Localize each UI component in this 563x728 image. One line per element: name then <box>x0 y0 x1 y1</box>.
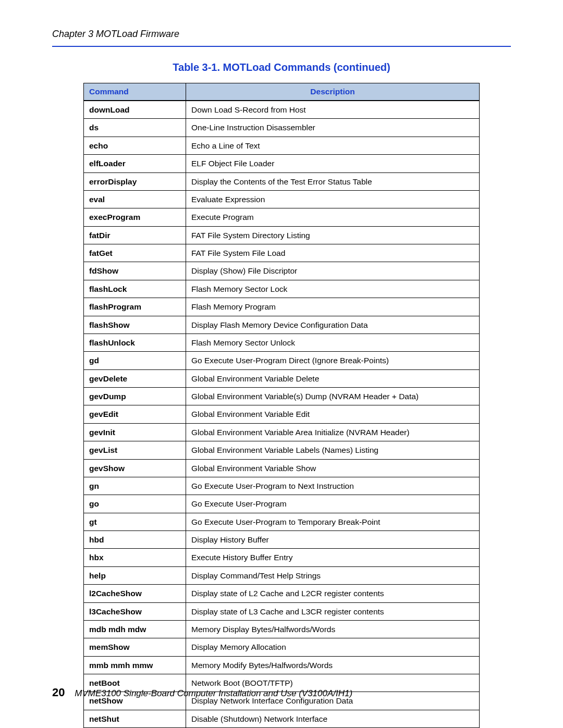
description-cell: Memory Display Bytes/Halfwords/Words <box>186 620 480 638</box>
command-cell: eval <box>84 190 186 208</box>
command-cell: flashUnlock <box>84 334 186 351</box>
commands-table: Command Description downLoadDown Load S-… <box>83 83 480 728</box>
description-cell: Memory Modify Bytes/Halfwords/Words <box>186 656 480 674</box>
command-cell: help <box>84 566 186 584</box>
table-row: gevDeleteGlobal Environment Variable Del… <box>84 369 480 387</box>
table-row: execProgramExecute Program <box>84 208 480 226</box>
description-cell: Flash Memory Sector Unlock <box>186 334 480 351</box>
command-cell: gt <box>84 513 186 530</box>
table-row: gevListGlobal Environment Variable Label… <box>84 441 480 459</box>
description-cell: One-Line Instruction Disassembler <box>186 119 480 137</box>
command-cell: go <box>84 495 186 513</box>
command-cell: gevEdit <box>84 405 186 423</box>
table-row: downLoadDown Load S-Record from Host <box>84 101 480 119</box>
description-cell: Display state of L3 Cache and L3CR regis… <box>186 602 480 620</box>
table-row: gdGo Execute User-Program Direct (Ignore… <box>84 352 480 369</box>
table-row: helpDisplay Command/Test Help Strings <box>84 566 480 584</box>
description-cell: Go Execute User-Program Direct (Ignore B… <box>186 352 480 369</box>
command-cell: echo <box>84 137 186 154</box>
description-cell: FAT File System Directory Listing <box>186 226 480 244</box>
command-cell: netShut <box>84 710 186 727</box>
description-cell: Global Environment Variable Labels (Name… <box>186 441 480 459</box>
table-row: errorDisplayDisplay the Contents of the … <box>84 172 480 190</box>
description-cell: Disable (Shutdown) Network Interface <box>186 710 480 727</box>
chapter-header: Chapter 3 MOTLoad Firmware <box>52 29 511 40</box>
description-cell: Down Load S-Record from Host <box>186 101 480 119</box>
command-cell: gevDelete <box>84 369 186 387</box>
command-cell: flashShow <box>84 316 186 334</box>
table-row: flashShowDisplay Flash Memory Device Con… <box>84 316 480 334</box>
table-row: gtGo Execute User-Program to Temporary B… <box>84 513 480 530</box>
table-row: gevShowGlobal Environment Variable Show <box>84 459 480 477</box>
description-cell: Go Execute User-Program <box>186 495 480 513</box>
command-cell: hbx <box>84 549 186 566</box>
command-cell: gevDump <box>84 388 186 405</box>
description-cell: Display the Contents of the Test Error S… <box>186 172 480 190</box>
description-cell: Go Execute User-Program to Next Instruct… <box>186 477 480 495</box>
command-cell: gn <box>84 477 186 495</box>
command-cell: flashProgram <box>84 298 186 316</box>
description-cell: Display History Buffer <box>186 531 480 549</box>
description-cell: Display Memory Allocation <box>186 638 480 656</box>
command-cell: memShow <box>84 638 186 656</box>
table-row: goGo Execute User-Program <box>84 495 480 513</box>
command-cell: flashLock <box>84 280 186 298</box>
command-cell: hbd <box>84 531 186 549</box>
table-row: mdb mdh mdwMemory Display Bytes/Halfword… <box>84 620 480 638</box>
command-cell: ds <box>84 119 186 137</box>
table-row: l3CacheShowDisplay state of L3 Cache and… <box>84 602 480 620</box>
command-cell: gevList <box>84 441 186 459</box>
description-cell: Global Environment Variable(s) Dump (NVR… <box>186 388 480 405</box>
page-number: 20 <box>52 686 65 699</box>
table-row: dsOne-Line Instruction Disassembler <box>84 119 480 137</box>
description-cell: Display (Show) File Discriptor <box>186 262 480 280</box>
table-row: netShutDisable (Shutdown) Network Interf… <box>84 710 480 727</box>
description-cell: Execute Program <box>186 208 480 226</box>
command-cell: gevInit <box>84 423 186 441</box>
command-cell: mmb mmh mmw <box>84 656 186 674</box>
description-cell: Evaluate Expression <box>186 190 480 208</box>
command-cell: errorDisplay <box>84 172 186 190</box>
table-row: fdShowDisplay (Show) File Discriptor <box>84 262 480 280</box>
command-cell: mdb mdh mdw <box>84 620 186 638</box>
table-row: evalEvaluate Expression <box>84 190 480 208</box>
description-cell: Display state of L2 Cache and L2CR regis… <box>186 585 480 602</box>
col-description: Description <box>186 83 480 101</box>
description-cell: Execute History Buffer Entry <box>186 549 480 566</box>
command-cell: elfLoader <box>84 155 186 172</box>
command-cell: gd <box>84 352 186 369</box>
command-cell: l2CacheShow <box>84 585 186 602</box>
table-row: mmb mmh mmwMemory Modify Bytes/Halfwords… <box>84 656 480 674</box>
command-cell: fatDir <box>84 226 186 244</box>
page: Chapter 3 MOTLoad Firmware Table 3-1. MO… <box>0 0 563 728</box>
command-cell: fatGet <box>84 244 186 262</box>
table-row: gevEditGlobal Environment Variable Edit <box>84 405 480 423</box>
description-cell: Display Flash Memory Device Configuratio… <box>186 316 480 334</box>
table-row: gnGo Execute User-Program to Next Instru… <box>84 477 480 495</box>
table-row: fatDirFAT File System Directory Listing <box>84 226 480 244</box>
command-cell: l3CacheShow <box>84 602 186 620</box>
description-cell: ELF Object File Loader <box>186 155 480 172</box>
description-cell: Flash Memory Program <box>186 298 480 316</box>
command-cell: fdShow <box>84 262 186 280</box>
description-cell: Flash Memory Sector Lock <box>186 280 480 298</box>
table-row: l2CacheShowDisplay state of L2 Cache and… <box>84 585 480 602</box>
command-cell: execProgram <box>84 208 186 226</box>
table-row: flashProgramFlash Memory Program <box>84 298 480 316</box>
table-row: elfLoaderELF Object File Loader <box>84 155 480 172</box>
header-rule <box>52 46 511 47</box>
table-row: hbdDisplay History Buffer <box>84 531 480 549</box>
command-cell: gevShow <box>84 459 186 477</box>
description-cell: Display Command/Test Help Strings <box>186 566 480 584</box>
table-row: flashUnlockFlash Memory Sector Unlock <box>84 334 480 351</box>
table-title: Table 3-1. MOTLoad Commands (continued) <box>52 61 511 73</box>
table-row: hbxExecute History Buffer Entry <box>84 549 480 566</box>
table-header-row: Command Description <box>84 83 480 101</box>
col-command: Command <box>84 83 186 101</box>
table-row: memShowDisplay Memory Allocation <box>84 638 480 656</box>
table-row: flashLockFlash Memory Sector Lock <box>84 280 480 298</box>
table-row: fatGetFAT File System File Load <box>84 244 480 262</box>
footer: 20 MVME3100 Single-Board Computer Instal… <box>52 686 352 699</box>
table-row: echoEcho a Line of Text <box>84 137 480 154</box>
description-cell: Go Execute User-Program to Temporary Bre… <box>186 513 480 530</box>
